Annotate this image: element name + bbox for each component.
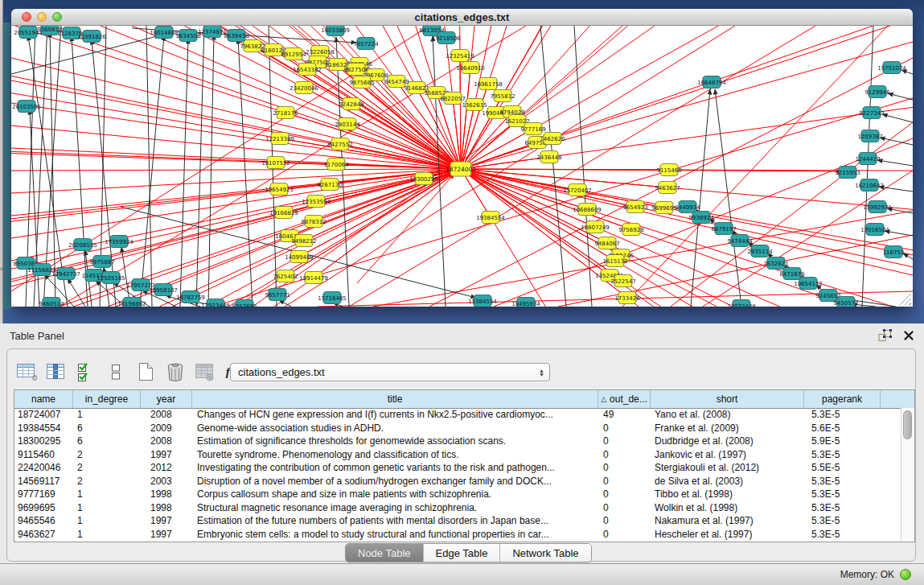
table-cell-pagerank[interactable]: 5.9E-5 xyxy=(804,435,881,447)
table-cell-title[interactable]: Genome-wide association studies in ADHD. xyxy=(192,422,598,434)
table-cell-pagerank[interactable]: 5.3E-5 xyxy=(804,476,881,487)
table-row[interactable]: 1456911722003Disruption of a novel membe… xyxy=(14,475,901,488)
graph-node[interactable]: 12032448 xyxy=(727,300,756,307)
table-cell-in_degree[interactable]: 1 xyxy=(73,488,141,500)
graph-node[interactable]: 2718176 xyxy=(273,107,298,119)
table-cell-name[interactable]: 9465546 xyxy=(14,515,73,526)
graph-node[interactable]: 8878312 xyxy=(301,216,326,228)
table-cell-title[interactable]: Investigating the contribution of common… xyxy=(192,462,598,473)
table-cell-short[interactable]: Dudbridge et al. (2008) xyxy=(651,435,804,447)
table-cell-title[interactable]: Changes of HCN gene expression and I(f) … xyxy=(192,409,598,420)
graph-node[interactable]: 16033809 xyxy=(321,26,350,36)
table-cell-year[interactable]: 1998 xyxy=(141,502,192,513)
table-cell-name[interactable]: 9699695 xyxy=(14,502,73,513)
table-cell-name[interactable]: 19384554 xyxy=(14,422,73,434)
graph-node[interactable]: 2522547 xyxy=(610,275,635,287)
table-cell-out_de[interactable]: 0 xyxy=(598,476,651,487)
graph-node[interactable]: 7857224 xyxy=(353,38,379,50)
tab-network-table[interactable]: Network Table xyxy=(500,544,590,562)
table-cell-pagerank[interactable]: 5.6E-5 xyxy=(804,422,881,434)
table-row[interactable]: 946362711997Embryonic stem cells: a mode… xyxy=(14,528,901,542)
graph-edge[interactable] xyxy=(882,114,913,122)
table-options-icon[interactable]: ⚙ xyxy=(15,360,38,383)
graph-node[interactable]: 8912954 xyxy=(281,48,306,60)
table-cell-out_de[interactable]: 0 xyxy=(598,449,651,460)
table-cell-title[interactable]: Disruption of a novel member of a sodium… xyxy=(192,476,598,487)
graph-node[interactable]: 14099489 xyxy=(285,251,314,263)
graph-node[interactable]: 9777169 xyxy=(520,123,545,135)
table-cell-name[interactable]: 9777169 xyxy=(14,488,73,500)
graph-node[interactable]: 1362615 xyxy=(462,99,487,111)
graph-node[interactable]: 8639438 xyxy=(224,30,248,42)
graph-node[interactable]: 16014668 xyxy=(150,27,179,39)
graph-node[interactable]: 10688609 xyxy=(573,204,602,216)
graph-node[interactable]: 19654923 xyxy=(265,183,294,196)
table-row[interactable]: 1872400712008Changes of HCN gene express… xyxy=(14,408,901,422)
table-cell-short[interactable]: Jankovic et al. (1997) xyxy=(651,449,804,460)
table-cell-pagerank[interactable]: 5.3E-5 xyxy=(804,529,881,540)
table-cell-year[interactable]: 2008 xyxy=(141,409,192,420)
table-cell-pagerank[interactable]: 5.3E-5 xyxy=(804,488,881,500)
graph-node[interactable]: 7632621 xyxy=(763,257,788,270)
table-cell-pagerank[interactable]: 5.5E-5 xyxy=(804,462,881,473)
table-cell-name[interactable]: 18300295 xyxy=(14,435,73,447)
column-header-in_degree[interactable]: in_degree xyxy=(73,390,141,408)
table-row[interactable]: 969969511998Structural magnetic resonanc… xyxy=(14,501,901,515)
graph-node[interactable]: 23420046 xyxy=(290,82,318,94)
table-vertical-scrollbar[interactable] xyxy=(901,408,914,542)
row-options-icon[interactable] xyxy=(105,360,127,383)
graph-node[interactable]: 9484067 xyxy=(594,237,619,249)
graph-node[interactable]: 15716485 xyxy=(318,292,347,304)
table-cell-pagerank[interactable]: 5.3E-5 xyxy=(804,502,881,513)
graph-node[interactable]: 9129946 xyxy=(864,86,890,98)
column-header-title[interactable]: title xyxy=(192,390,598,408)
table-cell-out_de[interactable]: 0 xyxy=(598,462,651,473)
graph-node[interactable]: 16210643 xyxy=(855,179,884,192)
graph-node[interactable]: 18107552 xyxy=(261,157,290,169)
graph-node[interactable]: 12374873 xyxy=(198,26,227,38)
create-column-icon[interactable] xyxy=(134,360,157,383)
table-cell-pagerank[interactable]: 5.3E-5 xyxy=(804,449,881,460)
graph-node[interactable]: 18495934 xyxy=(511,298,540,307)
graph-edge[interactable] xyxy=(691,89,710,307)
graph-node[interactable]: 9634508 xyxy=(175,30,200,42)
graph-edge[interactable] xyxy=(336,37,349,307)
column-header-out_de[interactable]: △out_de... xyxy=(598,390,651,408)
table-cell-title[interactable]: Tourette syndrome. Phenomenology and cla… xyxy=(192,449,598,460)
graph-edge[interactable] xyxy=(238,39,253,307)
table-row[interactable]: 911546021997Tourette syndrome. Phenomeno… xyxy=(14,448,901,462)
table-cell-title[interactable]: Corpus callosum shape and size in male p… xyxy=(192,488,598,500)
graph-node[interactable]: 15992971 xyxy=(863,201,892,213)
table-cell-in_degree[interactable]: 1 xyxy=(73,529,141,540)
graph-edge[interactable] xyxy=(461,169,669,170)
table-cell-name[interactable]: 9115460 xyxy=(14,449,73,460)
graph-node[interactable]: 9227343 xyxy=(859,107,884,119)
graph-node[interactable]: 9699695 xyxy=(651,202,676,214)
table-row[interactable]: 977716911998Corpus callosum shape and si… xyxy=(14,488,901,501)
table-cell-short[interactable]: Nakamura et al. (1997) xyxy=(651,515,804,526)
graph-node[interactable]: 1462620 xyxy=(540,133,565,145)
column-header-name[interactable]: name xyxy=(14,390,73,408)
float-panel-icon[interactable] xyxy=(877,329,892,342)
table-cell-year[interactable]: 1998 xyxy=(141,488,192,500)
graph-node[interactable]: 9498212 xyxy=(291,235,316,247)
graph-node[interactable]: 12353594 xyxy=(302,196,331,208)
graph-node[interactable]: 9654923 xyxy=(622,201,647,213)
graph-node[interactable]: 26103505 xyxy=(12,101,41,113)
graph-node[interactable]: 1733426 xyxy=(614,292,640,304)
column-header-short[interactable]: short xyxy=(651,390,804,408)
table-cell-in_degree[interactable]: 1 xyxy=(73,515,141,526)
graph-node[interactable]: 9875685 xyxy=(349,76,374,89)
graph-node[interactable]: 8427552 xyxy=(327,138,352,150)
table-cell-short[interactable]: Yano et al. (2008) xyxy=(651,409,804,420)
graph-edge[interactable] xyxy=(540,26,566,307)
select-all-columns-icon[interactable] xyxy=(75,360,97,383)
table-cell-short[interactable]: Wolkin et al. (1998) xyxy=(651,502,804,513)
graph-edge[interactable] xyxy=(11,169,461,171)
graph-edge[interactable] xyxy=(453,98,461,169)
table-cell-in_degree[interactable]: 6 xyxy=(73,422,141,434)
table-cell-short[interactable]: de Silva et al. (2003) xyxy=(651,476,804,487)
graph-node[interactable]: 10196862 xyxy=(117,298,146,307)
graph-edge[interactable] xyxy=(349,26,815,307)
graph-node[interactable]: 9857771 xyxy=(265,289,290,301)
